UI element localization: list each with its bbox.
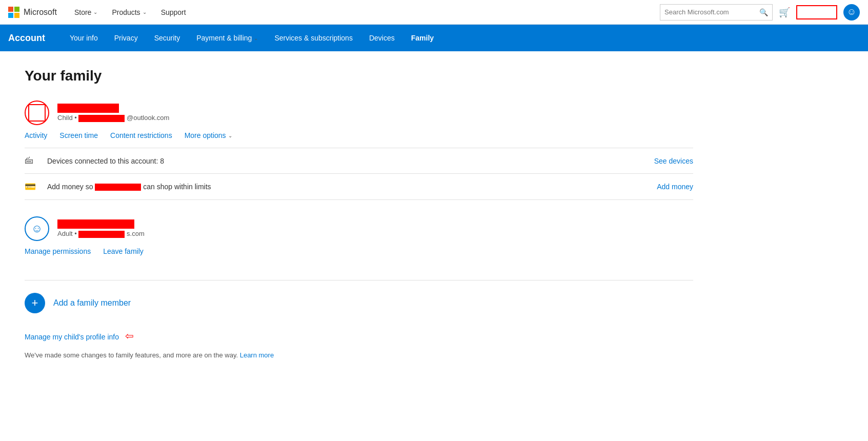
child-avatar xyxy=(25,101,49,125)
manage-child-link[interactable]: Manage my child's profile info xyxy=(25,333,119,341)
add-money-row-text: Add money so can shop within limits xyxy=(47,183,657,191)
add-member-button[interactable]: + xyxy=(25,293,45,313)
manage-child-section: Manage my child's profile info ⇦ xyxy=(25,330,693,345)
adult-name-row xyxy=(57,219,145,229)
nav-products[interactable]: Products ⌄ xyxy=(107,0,151,25)
account-nav-links: Your info Privacy Security Payment & bil… xyxy=(62,25,442,51)
adult-member-actions: Manage permissions Leave family xyxy=(25,247,693,255)
adult-member-header: ☺ Adult • s.com xyxy=(25,216,693,241)
top-nav-right: 🔍 🛒 ☺ xyxy=(660,4,860,21)
top-nav: Microsoft Store ⌄ Products ⌄ Support 🔍 🛒… xyxy=(0,0,868,25)
adult-role-email: Adult • s.com xyxy=(57,230,145,238)
add-member-text[interactable]: Add a family member xyxy=(53,298,131,308)
products-chevron-icon: ⌄ xyxy=(143,9,147,15)
child-info-rows: 🖮 Devices connected to this account: 8 S… xyxy=(25,148,693,200)
adult-name-redacted xyxy=(57,219,134,229)
main-content: Your family Child • @outlook.com Activit… xyxy=(0,51,718,375)
account-nav-title: Account xyxy=(8,33,45,44)
nav-family[interactable]: Family xyxy=(403,25,442,51)
add-member-row: + Add a family member xyxy=(25,293,693,313)
redacted-button[interactable] xyxy=(796,5,837,19)
search-icon: 🔍 xyxy=(759,8,768,16)
nav-your-info[interactable]: Your info xyxy=(62,25,106,51)
search-input[interactable] xyxy=(664,8,759,16)
adult-member-card: ☺ Adult • s.com Manage permissions Leave… xyxy=(25,216,693,268)
ms-logo-grid xyxy=(8,7,19,18)
devices-row: 🖮 Devices connected to this account: 8 S… xyxy=(25,148,693,174)
screen-time-link[interactable]: Screen time xyxy=(59,131,98,139)
microsoft-logo[interactable]: Microsoft xyxy=(8,7,57,18)
child-member-info: Child • @outlook.com xyxy=(57,104,169,122)
top-nav-links: Store ⌄ Products ⌄ Support xyxy=(69,0,660,25)
red-arrow-icon: ⇦ xyxy=(125,330,134,342)
leave-family-link[interactable]: Leave family xyxy=(103,247,144,255)
nav-devices[interactable]: Devices xyxy=(361,25,403,51)
nav-store[interactable]: Store ⌄ xyxy=(69,0,103,25)
adult-member-info: Adult • s.com xyxy=(57,219,145,238)
manage-permissions-link[interactable]: Manage permissions xyxy=(25,247,91,255)
nav-security[interactable]: Security xyxy=(146,25,189,51)
nav-payment-billing[interactable]: Payment & billing ⌄ xyxy=(188,25,266,51)
child-avatar-inner xyxy=(28,104,46,122)
store-chevron-icon: ⌄ xyxy=(93,9,97,15)
child-role-email: Child • @outlook.com xyxy=(57,114,169,122)
child-member-actions: Activity Screen time Content restriction… xyxy=(25,131,693,139)
child-member-header: Child • @outlook.com xyxy=(25,101,693,125)
search-box: 🔍 xyxy=(660,4,773,21)
more-options-chevron-icon: ⌄ xyxy=(228,133,232,138)
nav-support[interactable]: Support xyxy=(156,0,191,25)
devices-row-text: Devices connected to this account: 8 xyxy=(47,157,654,165)
child-name-row xyxy=(57,104,169,113)
adult-avatar: ☺ xyxy=(25,216,49,241)
ms-logo-text: Microsoft xyxy=(24,8,57,17)
devices-icon: 🖮 xyxy=(25,155,41,166)
footer-text: We've made some changes to family featur… xyxy=(25,351,693,359)
nav-services[interactable]: Services & subscriptions xyxy=(266,25,361,51)
content-restrictions-link[interactable]: Content restrictions xyxy=(110,131,172,139)
child-member-card: Child • @outlook.com Activity Screen tim… xyxy=(25,101,693,204)
see-devices-link[interactable]: See devices xyxy=(654,157,693,165)
activity-link[interactable]: Activity xyxy=(25,131,47,139)
child-name-money-redacted xyxy=(95,184,141,191)
account-nav: Account Your info Privacy Security Payme… xyxy=(0,25,868,51)
adult-email-redacted xyxy=(78,231,125,238)
payment-chevron-icon: ⌄ xyxy=(254,35,258,41)
add-money-row: 💳 Add money so can shop within limits Ad… xyxy=(25,174,693,200)
learn-more-link[interactable]: Learn more xyxy=(240,351,274,359)
wallet-icon: 💳 xyxy=(25,181,41,192)
child-name-redacted xyxy=(57,104,119,113)
cart-icon[interactable]: 🛒 xyxy=(779,7,790,18)
more-options-button[interactable]: More options ⌄ xyxy=(185,131,232,139)
adult-avatar-icon: ☺ xyxy=(31,222,43,235)
page-title: Your family xyxy=(25,68,693,84)
nav-privacy[interactable]: Privacy xyxy=(106,25,146,51)
add-money-link[interactable]: Add money xyxy=(657,183,693,191)
section-separator xyxy=(25,280,693,280)
user-avatar-icon[interactable]: ☺ xyxy=(843,4,860,21)
child-email-redacted xyxy=(78,115,125,122)
